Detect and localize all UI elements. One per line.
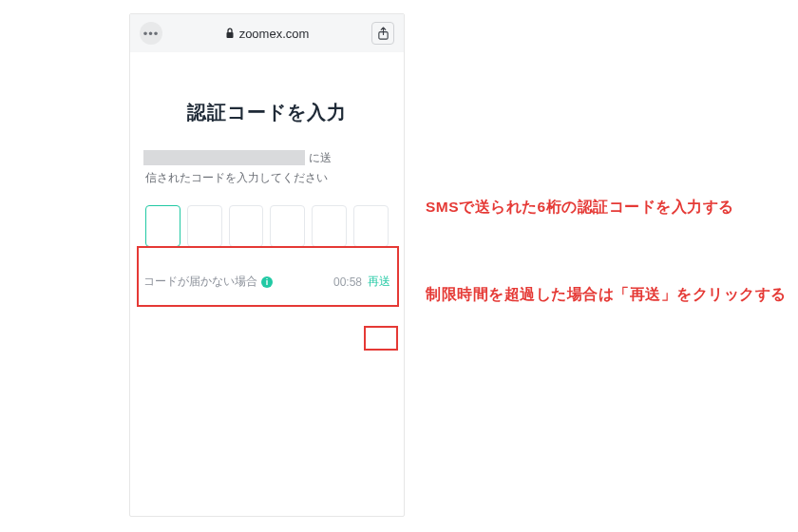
resend-label: コードが届かない場合 (143, 274, 257, 290)
code-digit-6[interactable] (353, 205, 389, 247)
countdown-timer: 00:58 (333, 276, 362, 289)
code-digit-4[interactable] (270, 205, 305, 247)
svg-rect-0 (226, 32, 233, 38)
instruction-tail: に送 (305, 150, 390, 166)
code-digit-2[interactable] (187, 205, 222, 247)
code-input-group (143, 203, 390, 249)
code-digit-5[interactable] (312, 205, 347, 247)
lock-icon (225, 28, 235, 39)
instruction-line2: 信されたコードを入力してください (143, 170, 390, 186)
code-digit-3[interactable] (229, 205, 264, 247)
annotation-text-2: 制限時間を超過した場合は「再送」をクリックする (426, 282, 787, 307)
info-icon[interactable]: i (261, 276, 273, 288)
address-bar[interactable]: zoomex.com (170, 27, 364, 41)
page-content: 認証コードを入力 に送 信されたコードを入力してください コードが届かない場合 … (130, 52, 404, 516)
browser-toolbar: ••• zoomex.com (130, 14, 404, 52)
url-text: zoomex.com (239, 27, 310, 41)
share-button[interactable] (371, 22, 394, 45)
instruction-text: に送 (143, 150, 390, 166)
code-digit-1[interactable] (145, 205, 180, 247)
resend-link[interactable]: 再送 (368, 274, 390, 290)
mobile-browser-frame: ••• zoomex.com 認証コードを入力 に送 信されたコードを入力してく… (129, 13, 405, 517)
redacted-phone (143, 150, 305, 165)
annotation-box-resend (364, 326, 398, 351)
share-icon (377, 27, 390, 41)
annotation-text-1: SMSで送られた6桁の認証コードを入力する (426, 195, 768, 219)
more-icon[interactable]: ••• (140, 22, 162, 45)
page-title: 認証コードを入力 (143, 100, 390, 125)
resend-label-group: コードが届かない場合 i (143, 274, 333, 290)
resend-row: コードが届かない場合 i 00:58 再送 (143, 274, 390, 290)
